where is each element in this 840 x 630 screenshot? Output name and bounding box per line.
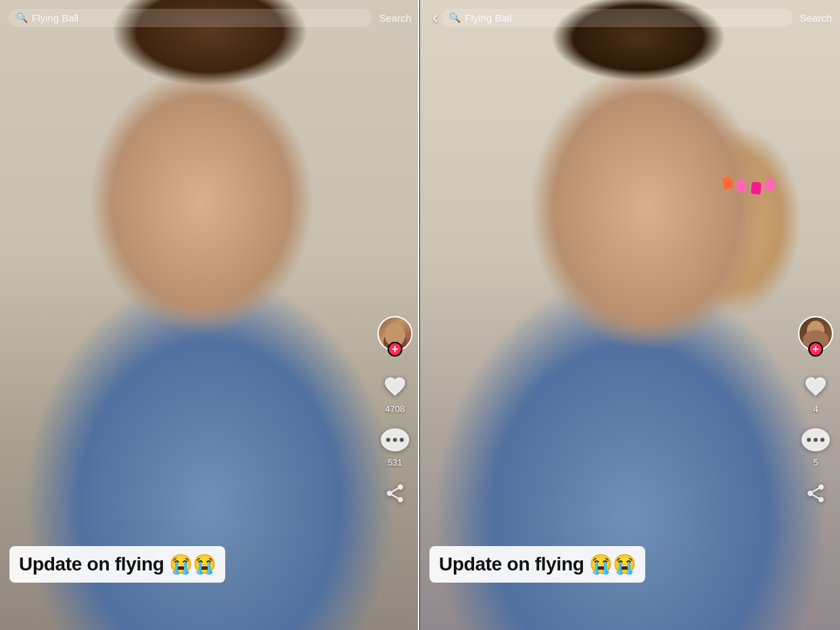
search-icon-right: 🔍 xyxy=(449,12,461,23)
caption-box-left: Update on flying 😭😭 xyxy=(9,546,225,583)
comment-icon-right xyxy=(801,425,831,455)
nail-pink2 xyxy=(764,177,776,192)
action-sidebar-left: + 4708 531 xyxy=(377,316,413,508)
follow-plus-icon-right[interactable]: + xyxy=(808,342,823,357)
video-background-right xyxy=(420,0,840,630)
share-icon-left xyxy=(380,478,410,508)
rdot3 xyxy=(820,438,824,442)
left-panel: 🔍 Flying Ball Search + 4708 xyxy=(0,0,420,630)
comment-dots-right xyxy=(801,428,830,451)
creator-avatar-left[interactable]: + xyxy=(377,316,413,351)
search-query-right: Flying Ball xyxy=(465,12,511,24)
panel-divider xyxy=(418,0,419,630)
like-button-left[interactable]: 4708 xyxy=(380,372,410,414)
heart-icon-right xyxy=(801,372,831,401)
creator-avatar-right[interactable]: + xyxy=(798,316,833,351)
rdot2 xyxy=(814,438,818,442)
comment-icon-left xyxy=(380,425,410,455)
comments-count-right: 5 xyxy=(813,457,818,468)
action-sidebar-right: + 4 5 xyxy=(798,316,833,508)
share-icon-right xyxy=(801,478,831,508)
top-bar-right: ‹ 🔍 Flying Ball Search xyxy=(420,0,840,35)
comment-button-left[interactable]: 531 xyxy=(380,425,410,468)
right-panel: ‹ 🔍 Flying Ball Search + 4 xyxy=(420,0,840,630)
caption-text-left: Update on flying 😭😭 xyxy=(19,554,216,575)
back-button[interactable]: ‹ xyxy=(432,7,438,28)
comments-count-left: 531 xyxy=(388,457,402,468)
search-bar-left[interactable]: 🔍 Flying Ball xyxy=(8,9,372,27)
rdot1 xyxy=(807,438,811,442)
caption-box-right: Update on flying 😭😭 xyxy=(429,546,645,583)
dot1 xyxy=(386,438,390,442)
avatar-wrap-right: + xyxy=(798,316,833,351)
caption-text-right: Update on flying 😭😭 xyxy=(439,554,636,575)
likes-count-left: 4708 xyxy=(386,404,405,414)
nail-pink xyxy=(736,179,747,192)
caption-overlay-left: Update on flying 😭😭 xyxy=(9,546,372,583)
dot3 xyxy=(400,438,404,442)
nail-hotpink xyxy=(751,181,762,194)
caption-overlay-right: Update on flying 😭😭 xyxy=(429,546,793,583)
search-icon-left: 🔍 xyxy=(16,12,28,23)
comment-dots-left xyxy=(381,428,409,451)
dot2 xyxy=(393,438,397,442)
search-button-left[interactable]: Search xyxy=(379,12,411,24)
top-bar-left: 🔍 Flying Ball Search xyxy=(0,0,419,35)
nails-overlay xyxy=(723,177,777,217)
follow-plus-icon-left[interactable]: + xyxy=(388,342,402,357)
comment-button-right[interactable]: 5 xyxy=(801,425,831,468)
like-button-right[interactable]: 4 xyxy=(801,372,831,414)
heart-icon-left xyxy=(380,372,410,401)
video-background-left xyxy=(0,0,419,630)
share-button-right[interactable] xyxy=(801,478,831,508)
avatar-wrap-left: + xyxy=(377,316,413,351)
likes-count-right: 4 xyxy=(813,404,818,414)
share-button-left[interactable] xyxy=(380,478,410,508)
search-query-left: Flying Ball xyxy=(32,12,78,24)
search-button-right[interactable]: Search xyxy=(799,12,832,24)
search-bar-right[interactable]: 🔍 Flying Ball xyxy=(441,9,793,27)
nail-orange xyxy=(722,175,734,189)
